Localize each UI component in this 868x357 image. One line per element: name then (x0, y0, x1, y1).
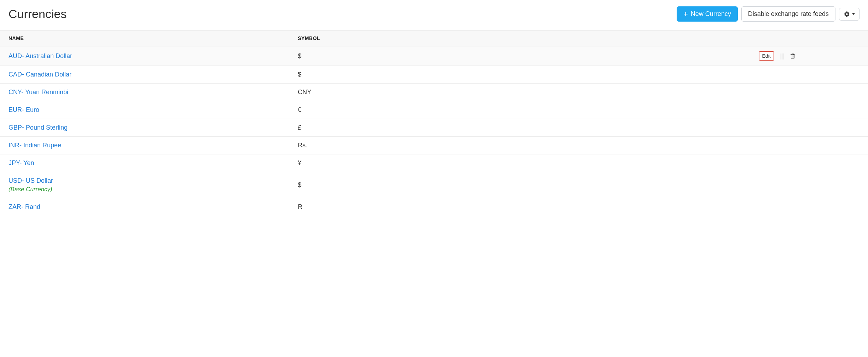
svg-rect-0 (791, 55, 794, 58)
currency-symbol: $ (298, 71, 301, 78)
table-row: INR- Indian RupeeRs. (0, 137, 868, 154)
currency-name-link[interactable]: GBP- Pound Sterling (8, 124, 298, 131)
currency-symbol: $ (298, 52, 301, 60)
currency-symbol: ¥ (298, 159, 301, 166)
new-currency-label: New Currency (691, 10, 731, 18)
currency-name-link[interactable]: CAD- Canadian Dollar (8, 71, 298, 78)
settings-menu-button[interactable] (839, 8, 860, 21)
currency-name-link[interactable]: JPY- Yen (8, 159, 298, 167)
plus-icon: + (683, 10, 688, 18)
currency-name-link[interactable]: INR- Indian Rupee (8, 142, 298, 149)
caret-down-icon (852, 13, 855, 15)
currencies-table: NAME SYMBOL AUD- Australian Dollar$Edit|… (0, 30, 868, 216)
disable-feeds-button[interactable]: Disable exchange rate feeds (741, 6, 835, 22)
header-actions: + New Currency Disable exchange rate fee… (677, 6, 860, 22)
currency-symbol: $ (298, 181, 301, 188)
new-currency-button[interactable]: + New Currency (677, 6, 738, 22)
table-row: AUD- Australian Dollar$Edit| | (0, 46, 868, 66)
currency-symbol: Rs. (298, 142, 307, 149)
table-header-row: NAME SYMBOL (0, 30, 868, 46)
currency-symbol: £ (298, 124, 301, 131)
table-row: CNY- Yuan RenminbiCNY (0, 84, 868, 101)
currency-symbol: R (298, 203, 302, 210)
currency-name-link[interactable]: CNY- Yuan Renminbi (8, 89, 298, 96)
table-row: USD- US Dollar(Base Currency)$ (0, 172, 868, 198)
currency-name-link[interactable]: AUD- Australian Dollar (8, 52, 298, 60)
table-row: CAD- Canadian Dollar$ (0, 66, 868, 84)
table-row: ZAR- RandR (0, 198, 868, 216)
currency-name-link[interactable]: USD- US Dollar (8, 177, 298, 185)
trash-icon (789, 52, 796, 60)
base-currency-label: (Base Currency) (8, 186, 298, 193)
gear-icon (844, 11, 850, 17)
column-header-name: NAME (8, 35, 298, 41)
divider-icon: | | (780, 52, 783, 60)
column-header-symbol: SYMBOL (298, 35, 689, 41)
table-row: GBP- Pound Sterling£ (0, 119, 868, 137)
edit-button[interactable]: Edit (759, 51, 774, 61)
currency-name-link[interactable]: ZAR- Rand (8, 203, 298, 211)
currency-symbol: € (298, 106, 301, 113)
disable-feeds-label: Disable exchange rate feeds (748, 10, 829, 18)
table-row: JPY- Yen¥ (0, 154, 868, 172)
currency-name-link[interactable]: EUR- Euro (8, 106, 298, 114)
table-row: EUR- Euro€ (0, 101, 868, 119)
currency-symbol: CNY (298, 89, 311, 96)
page-title: Currencies (8, 7, 66, 21)
delete-button[interactable] (789, 52, 796, 60)
page-header: Currencies + New Currency Disable exchan… (0, 0, 868, 30)
